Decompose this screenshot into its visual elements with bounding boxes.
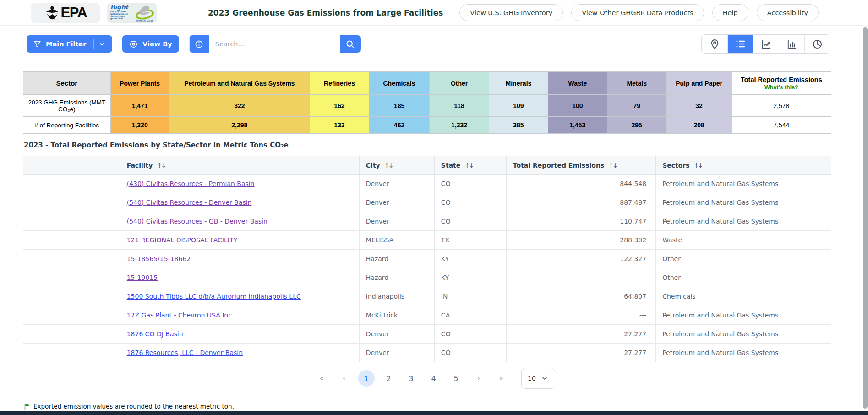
facility-column-header[interactable]: Facility↑↓ [120, 156, 359, 175]
facility-link[interactable]: 1876 Resources, LLC - Denver Basin [127, 349, 243, 356]
city-cell: Denver [359, 325, 434, 344]
sector-value-cell: 109 [489, 95, 548, 117]
pie-chart-view-button[interactable] [804, 35, 830, 53]
facility-link[interactable]: 1500 South Tibbs LLC d/b/a Aurorium Indi… [127, 293, 301, 300]
facility-link[interactable]: (540) Civitas Resources - GB - Denver Ba… [127, 218, 267, 225]
total-emissions-header: Total Reported Emissions What's this? [732, 72, 831, 95]
view-by-button[interactable]: View By [122, 35, 179, 53]
facility-link[interactable]: 121 REGIONAL DISPOSAL FACILITY [127, 236, 237, 244]
chevron-down-icon [98, 41, 105, 48]
view-by-label: View By [142, 40, 172, 48]
sector-column-petroleum: Petroleum and Natural Gas Systems [169, 72, 310, 95]
ghg-emissions-row: 2023 GHG Emissions (MMT CO₂e) 1,471 322 … [23, 95, 831, 117]
scrollbar-track[interactable] [863, 26, 868, 411]
page-button-2[interactable]: 2 [381, 370, 397, 387]
view-ghgrp-products-button[interactable]: View Other GHGRP Data Products [571, 4, 704, 21]
sectors-column-header[interactable]: Sectors↑↓ [656, 156, 831, 175]
bar-chart-view-button[interactable] [779, 35, 804, 53]
emissions-cell: 887,487 [506, 193, 655, 212]
sort-icon[interactable]: ↑↓ [464, 162, 473, 169]
city-column-header[interactable]: City↑↓ [359, 156, 434, 175]
page-button-1[interactable]: 1 [358, 370, 375, 387]
sector-value-cell: 1,332 [430, 117, 489, 134]
list-view-button[interactable] [727, 35, 753, 53]
main-filter-button[interactable]: Main Filter [27, 35, 112, 53]
sector-value-cell: 322 [169, 95, 310, 117]
sort-icon[interactable]: ↑↓ [694, 162, 703, 169]
page-button-5[interactable]: 5 [448, 370, 464, 387]
emissions-cell: 288,302 [506, 231, 655, 250]
sector-value-cell: 385 [489, 117, 548, 134]
bottom-bar [0, 411, 868, 415]
toolbar: Main Filter View By [0, 35, 868, 53]
sector-value-cell: 100 [548, 95, 607, 117]
section-title: 2023 - Total Reported Emissions by State… [24, 141, 831, 149]
page-button-4[interactable]: 4 [426, 370, 442, 387]
sort-icon[interactable]: ↑↓ [608, 162, 617, 169]
table-row: 1500 South Tibbs LLC d/b/a Aurorium Indi… [23, 287, 831, 306]
sectors-cell: Petroleum and Natural Gas Systems [656, 193, 831, 212]
sectors-cell: Other [656, 268, 831, 287]
sector-column-other: Other [430, 72, 489, 95]
sectors-cell: Petroleum and Natural Gas Systems [656, 325, 831, 344]
header-button-group: View U.S. GHG Inventory View Other GHGRP… [459, 4, 819, 21]
facility-link[interactable]: (540) Civitas Resources - Denver Basin [127, 199, 252, 206]
sort-icon[interactable]: ↑↓ [157, 162, 165, 169]
scrollbar-thumb[interactable] [863, 27, 868, 409]
table-row: 15-18565/15-18662 Hazard KY 122,327 Othe… [23, 250, 831, 268]
app-header: EPA flight Facility Level Information on… [0, 0, 868, 26]
flight-logo[interactable]: flight Facility Level Information on Gre… [107, 3, 157, 23]
row-lead-cell [23, 193, 120, 212]
info-button[interactable] [190, 35, 209, 53]
sector-column-refineries: Refineries [310, 72, 369, 95]
main-filter-label: Main Filter [46, 40, 86, 48]
reporting-facilities-row: # of Reporting Facilities 1,320 2,298 13… [23, 117, 831, 134]
sector-value-cell: 208 [666, 117, 732, 134]
table-row: 17Z Gas Plant - Chevron USA Inc. McKittr… [23, 306, 831, 325]
view-ghg-inventory-button[interactable]: View U.S. GHG Inventory [459, 4, 563, 21]
state-cell: CO [434, 212, 506, 231]
emissions-cell: 122,327 [506, 250, 655, 268]
sectors-cell: Petroleum and Natural Gas Systems [656, 212, 831, 231]
sectors-cell: Petroleum and Natural Gas Systems [656, 175, 831, 193]
epa-logo[interactable]: EPA [31, 3, 100, 23]
page-button-3[interactable]: 3 [403, 370, 420, 387]
search-button[interactable] [340, 35, 361, 53]
accessibility-button[interactable]: Accessibility [757, 4, 819, 21]
line-chart-view-button[interactable] [753, 35, 779, 53]
pagination: « ‹ 1 2 3 4 5 › » 10 [0, 368, 868, 389]
facility-link[interactable]: 15-19015 [127, 274, 158, 281]
facility-link[interactable]: 17Z Gas Plant - Chevron USA Inc. [127, 311, 234, 319]
filter-icon [33, 40, 41, 48]
sector-column-waste: Waste [548, 72, 607, 95]
sectors-cell: Chemicals [656, 287, 831, 306]
next-page-button[interactable]: › [470, 370, 487, 387]
sort-icon[interactable]: ↑↓ [384, 162, 393, 169]
last-page-button[interactable]: » [493, 370, 509, 387]
prev-page-button[interactable]: ‹ [336, 370, 352, 387]
facility-link[interactable]: 15-18565/15-18662 [127, 255, 191, 262]
state-header-label: State [441, 162, 460, 169]
bar-chart-icon [786, 39, 797, 49]
info-icon [195, 40, 203, 49]
state-cell: CO [434, 175, 506, 193]
sector-value-cell: 185 [369, 95, 429, 117]
search-input[interactable] [209, 35, 340, 53]
help-button[interactable]: Help [712, 4, 748, 21]
whats-this-link[interactable]: What's this? [732, 84, 831, 91]
city-header-label: City [366, 162, 380, 169]
emissions-column-header[interactable]: Total Reported Emissions↑↓ [506, 156, 655, 175]
state-column-header[interactable]: State↑↓ [434, 156, 506, 175]
row-lead-cell [23, 306, 120, 325]
facility-link[interactable]: (430) Civitas Resources - Permian Basin [127, 180, 255, 187]
facility-table: Facility↑↓ City↑↓ State↑↓ Total Reported… [23, 156, 831, 362]
page-size-select[interactable]: 10 [521, 368, 555, 389]
facility-link[interactable]: 1876 CO DJ Basin [127, 330, 183, 338]
sector-column-chemicals: Chemicals [369, 72, 429, 95]
sector-column-power-plants: Power Plants [110, 72, 169, 95]
first-page-button[interactable]: « [313, 370, 330, 387]
map-view-button[interactable] [702, 35, 727, 53]
sector-column-minerals: Minerals [489, 72, 548, 95]
list-icon [735, 38, 746, 49]
city-cell: McKittrick [359, 306, 434, 325]
